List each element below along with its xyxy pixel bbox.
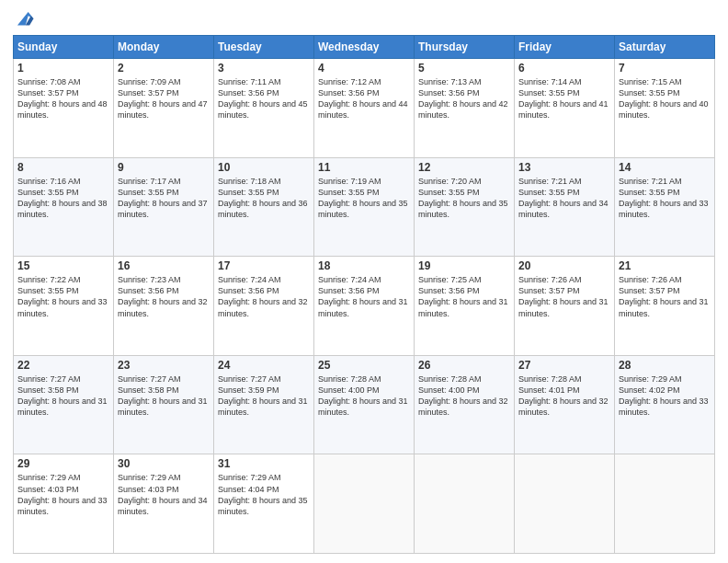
weekday-header-monday: Monday (114, 36, 214, 59)
day-number: 20 (518, 259, 610, 272)
calendar-cell: 26Sunrise: 7:28 AMSunset: 4:00 PMDayligh… (415, 355, 515, 454)
weekday-header-row: SundayMondayTuesdayWednesdayThursdayFrid… (14, 36, 715, 59)
calendar-cell: 29Sunrise: 7:29 AMSunset: 4:03 PMDayligh… (14, 454, 114, 554)
weekday-header-sunday: Sunday (14, 36, 114, 59)
day-number: 15 (17, 259, 109, 272)
cell-text: Sunrise: 7:29 AMSunset: 4:03 PMDaylight:… (17, 472, 109, 517)
calendar-cell: 14Sunrise: 7:21 AMSunset: 3:55 PMDayligh… (615, 157, 715, 257)
calendar-cell: 6Sunrise: 7:14 AMSunset: 3:55 PMDaylight… (515, 59, 615, 158)
cell-text: Sunrise: 7:24 AMSunset: 3:56 PMDaylight:… (318, 274, 410, 319)
day-number: 11 (318, 161, 410, 174)
day-number: 3 (218, 62, 310, 75)
calendar-cell: 31Sunrise: 7:29 AMSunset: 4:04 PMDayligh… (214, 454, 314, 554)
day-number: 31 (218, 457, 310, 470)
cell-text: Sunrise: 7:26 AMSunset: 3:57 PMDaylight:… (619, 274, 711, 319)
calendar-cell: 27Sunrise: 7:28 AMSunset: 4:01 PMDayligh… (515, 355, 615, 454)
day-number: 13 (518, 161, 610, 174)
cell-text: Sunrise: 7:25 AMSunset: 3:56 PMDaylight:… (418, 274, 510, 319)
calendar-week-4: 22Sunrise: 7:27 AMSunset: 3:58 PMDayligh… (14, 355, 715, 454)
day-number: 9 (118, 161, 210, 174)
calendar-cell: 12Sunrise: 7:20 AMSunset: 3:55 PMDayligh… (415, 157, 515, 257)
calendar-cell: 19Sunrise: 7:25 AMSunset: 3:56 PMDayligh… (415, 257, 515, 356)
weekday-header-thursday: Thursday (415, 36, 515, 59)
calendar-week-5: 29Sunrise: 7:29 AMSunset: 4:03 PMDayligh… (14, 454, 715, 554)
day-number: 10 (218, 161, 310, 174)
calendar-cell: 7Sunrise: 7:15 AMSunset: 3:55 PMDaylight… (615, 59, 715, 158)
day-number: 22 (17, 359, 109, 372)
calendar-cell: 4Sunrise: 7:12 AMSunset: 3:56 PMDaylight… (314, 59, 415, 158)
calendar-cell: 24Sunrise: 7:27 AMSunset: 3:59 PMDayligh… (214, 355, 314, 454)
cell-text: Sunrise: 7:22 AMSunset: 3:55 PMDaylight:… (17, 274, 109, 319)
cell-text: Sunrise: 7:23 AMSunset: 3:56 PMDaylight:… (118, 274, 210, 319)
cell-text: Sunrise: 7:27 AMSunset: 3:59 PMDaylight:… (218, 373, 310, 419)
day-number: 5 (418, 62, 510, 75)
day-number: 14 (619, 161, 711, 174)
weekday-header-friday: Friday (515, 36, 615, 59)
day-number: 30 (118, 457, 210, 470)
calendar-cell: 17Sunrise: 7:24 AMSunset: 3:56 PMDayligh… (214, 257, 314, 356)
day-number: 23 (118, 359, 210, 372)
calendar-cell: 21Sunrise: 7:26 AMSunset: 3:57 PMDayligh… (615, 257, 715, 356)
cell-text: Sunrise: 7:17 AMSunset: 3:55 PMDaylight:… (118, 176, 210, 221)
weekday-header-saturday: Saturday (615, 36, 715, 59)
cell-text: Sunrise: 7:13 AMSunset: 3:56 PMDaylight:… (418, 76, 510, 121)
cell-text: Sunrise: 7:21 AMSunset: 3:55 PMDaylight:… (619, 176, 711, 221)
calendar-cell: 13Sunrise: 7:21 AMSunset: 3:55 PMDayligh… (515, 157, 615, 257)
calendar-cell: 18Sunrise: 7:24 AMSunset: 3:56 PMDayligh… (314, 257, 415, 356)
cell-text: Sunrise: 7:15 AMSunset: 3:55 PMDaylight:… (619, 76, 711, 121)
calendar-cell: 28Sunrise: 7:29 AMSunset: 4:02 PMDayligh… (615, 355, 715, 454)
day-number: 21 (619, 259, 711, 272)
calendar-cell: 15Sunrise: 7:22 AMSunset: 3:55 PMDayligh… (14, 257, 114, 356)
cell-text: Sunrise: 7:18 AMSunset: 3:55 PMDaylight:… (218, 176, 310, 221)
cell-text: Sunrise: 7:29 AMSunset: 4:02 PMDaylight:… (619, 373, 711, 419)
calendar-cell: 8Sunrise: 7:16 AMSunset: 3:55 PMDaylight… (14, 157, 114, 257)
weekday-header-tuesday: Tuesday (214, 36, 314, 59)
calendar-cell (615, 454, 715, 554)
calendar-cell: 20Sunrise: 7:26 AMSunset: 3:57 PMDayligh… (515, 257, 615, 356)
day-number: 19 (418, 259, 510, 272)
day-number: 16 (118, 259, 210, 272)
calendar-cell (415, 454, 515, 554)
day-number: 24 (218, 359, 310, 372)
logo (13, 11, 35, 29)
calendar-cell: 25Sunrise: 7:28 AMSunset: 4:00 PMDayligh… (314, 355, 415, 454)
header (13, 9, 715, 29)
cell-text: Sunrise: 7:16 AMSunset: 3:55 PMDaylight:… (17, 176, 109, 221)
cell-text: Sunrise: 7:28 AMSunset: 4:00 PMDaylight:… (318, 373, 410, 419)
day-number: 28 (619, 359, 711, 372)
calendar-cell: 30Sunrise: 7:29 AMSunset: 4:03 PMDayligh… (114, 454, 214, 554)
calendar-cell: 10Sunrise: 7:18 AMSunset: 3:55 PMDayligh… (214, 157, 314, 257)
calendar-cell (515, 454, 615, 554)
day-number: 29 (17, 457, 109, 470)
cell-text: Sunrise: 7:11 AMSunset: 3:56 PMDaylight:… (218, 76, 310, 121)
cell-text: Sunrise: 7:08 AMSunset: 3:57 PMDaylight:… (17, 76, 109, 121)
day-number: 2 (118, 62, 210, 75)
calendar-cell: 11Sunrise: 7:19 AMSunset: 3:55 PMDayligh… (314, 157, 415, 257)
day-number: 1 (17, 62, 109, 75)
day-number: 26 (418, 359, 510, 372)
day-number: 8 (17, 161, 109, 174)
day-number: 18 (318, 259, 410, 272)
calendar-cell: 2Sunrise: 7:09 AMSunset: 3:57 PMDaylight… (114, 59, 214, 158)
cell-text: Sunrise: 7:26 AMSunset: 3:57 PMDaylight:… (518, 274, 610, 319)
cell-text: Sunrise: 7:12 AMSunset: 3:56 PMDaylight:… (318, 76, 410, 121)
cell-text: Sunrise: 7:21 AMSunset: 3:55 PMDaylight:… (518, 176, 610, 221)
calendar-week-2: 8Sunrise: 7:16 AMSunset: 3:55 PMDaylight… (14, 157, 715, 257)
cell-text: Sunrise: 7:29 AMSunset: 4:04 PMDaylight:… (218, 472, 310, 517)
calendar-cell: 9Sunrise: 7:17 AMSunset: 3:55 PMDaylight… (114, 157, 214, 257)
calendar-week-1: 1Sunrise: 7:08 AMSunset: 3:57 PMDaylight… (14, 59, 715, 158)
logo-icon (15, 9, 35, 29)
calendar-body: 1Sunrise: 7:08 AMSunset: 3:57 PMDaylight… (14, 59, 715, 554)
cell-text: Sunrise: 7:27 AMSunset: 3:58 PMDaylight:… (118, 373, 210, 419)
calendar-week-3: 15Sunrise: 7:22 AMSunset: 3:55 PMDayligh… (14, 257, 715, 356)
calendar-cell: 1Sunrise: 7:08 AMSunset: 3:57 PMDaylight… (14, 59, 114, 158)
calendar-page: SundayMondayTuesdayWednesdayThursdayFrid… (0, 0, 728, 563)
cell-text: Sunrise: 7:28 AMSunset: 4:01 PMDaylight:… (518, 373, 610, 419)
day-number: 6 (518, 62, 610, 75)
day-number: 27 (518, 359, 610, 372)
cell-text: Sunrise: 7:24 AMSunset: 3:56 PMDaylight:… (218, 274, 310, 319)
calendar-cell: 23Sunrise: 7:27 AMSunset: 3:58 PMDayligh… (114, 355, 214, 454)
calendar-cell: 5Sunrise: 7:13 AMSunset: 3:56 PMDaylight… (415, 59, 515, 158)
calendar-cell: 3Sunrise: 7:11 AMSunset: 3:56 PMDaylight… (214, 59, 314, 158)
day-number: 25 (318, 359, 410, 372)
